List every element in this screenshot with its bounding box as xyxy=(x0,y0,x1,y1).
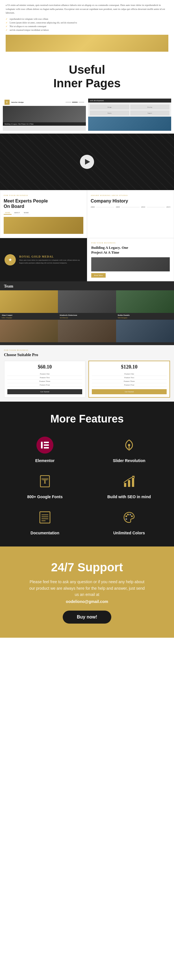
gold-bar xyxy=(6,35,168,52)
nav-services[interactable]: MORE xyxy=(22,211,30,215)
member-photo xyxy=(116,320,174,342)
card-header: E interior design xyxy=(3,99,86,106)
pricing-tag: FOR YOUR BUSINESS xyxy=(4,349,170,351)
card-overlay: Building A Legacy. One Project At A Time xyxy=(3,122,86,126)
team-section: Team Alan Cooper CEO / Founder Kimberly … xyxy=(0,281,174,345)
pages-grid: E interior design Building A Legacy. One… xyxy=(0,99,174,134)
year-2005: 2005 xyxy=(116,206,120,208)
gold-bar-image xyxy=(6,35,168,52)
card-header-dark: web development xyxy=(88,99,171,102)
support-text: Please feel free to ask any question or … xyxy=(28,579,146,598)
timeline-line xyxy=(147,207,165,207)
feature-colors: Unlimited Colors xyxy=(90,508,168,535)
pricing-cta-pro[interactable]: Get Started xyxy=(92,389,167,394)
medal-title: ROYAL GOLD MEDAL xyxy=(19,255,83,258)
card-title: web development xyxy=(90,99,104,102)
colors-icon-wrap xyxy=(119,508,139,527)
card-logo: E xyxy=(5,100,10,105)
pricing-feature: Feature Four xyxy=(92,383,167,387)
pricing-section: FOR YOUR BUSINESS Choose Suitable Pro $6… xyxy=(0,345,174,402)
svg-rect-3 xyxy=(44,447,49,449)
inner-pages-section: Useful Inner Pages xyxy=(0,52,174,99)
support-email[interactable]: oodeliono@gmail.com xyxy=(11,599,163,604)
svg-point-4 xyxy=(128,444,130,446)
company-history-panel: AWARD WINNING ARCH STUDIO Company Histor… xyxy=(87,190,174,238)
svg-text:T: T xyxy=(43,478,47,485)
lorem-text: a Ut enim ad minim veniam, quis nostrud … xyxy=(6,3,168,15)
slider-revolution-icon xyxy=(121,437,137,453)
building-image xyxy=(91,257,170,271)
member-photo xyxy=(0,290,58,313)
buy-now-button[interactable]: Buy now! xyxy=(63,611,111,624)
card-nav xyxy=(65,102,84,103)
mini-item: Develop xyxy=(130,105,170,110)
medal-description: Duis aute irure dolor in reprehenderit i… xyxy=(19,259,83,265)
docs-icon-wrap xyxy=(35,508,55,527)
team-member xyxy=(58,320,116,345)
pricing-feature: Feature Three xyxy=(92,380,167,383)
features-grid: Elementor Slider Revolution xyxy=(6,435,168,535)
nav-dot xyxy=(65,102,71,103)
svg-rect-10 xyxy=(128,480,130,487)
pricing-cards: $60.10 Feature One Feature Two Feature T… xyxy=(4,361,170,398)
top-section: a Ut enim ad minim veniam, quis nostrud … xyxy=(0,0,174,52)
feature-docs: Documentation xyxy=(6,508,84,535)
member-role xyxy=(58,344,116,345)
medal-badge: ★ xyxy=(5,254,16,266)
pricing-cta-basic[interactable]: Get Started xyxy=(7,389,82,394)
year-2010: 2010 xyxy=(141,206,145,208)
support-section: 24/7 Support Please feel free to ask any… xyxy=(0,546,174,638)
pricing-price-pro: $120.10 xyxy=(92,364,167,370)
mini-item: Deploy xyxy=(90,110,129,116)
interior-image: Building A Legacy. One Project At A Time xyxy=(3,106,86,126)
member-photo xyxy=(0,320,58,342)
svg-rect-1 xyxy=(44,442,49,443)
pricing-features-pro: Feature One Feature Two Feature Three Fe… xyxy=(92,372,167,387)
card-content: Design Develop Deploy Support xyxy=(88,102,171,117)
interior-design-card: E interior design Building A Legacy. One… xyxy=(3,99,86,131)
svg-rect-12 xyxy=(40,512,50,523)
more-features-title: More Features xyxy=(6,413,168,425)
video-section xyxy=(0,134,174,190)
svg-point-20 xyxy=(131,515,133,517)
svg-rect-0 xyxy=(41,442,43,449)
nav-about[interactable]: ABOUT xyxy=(13,211,21,215)
pricing-feature: Feature One xyxy=(7,372,82,376)
webdev-mini-grid: Design Develop Deploy Support xyxy=(90,105,169,116)
play-icon xyxy=(85,159,90,165)
nav-dot xyxy=(78,102,84,103)
member-photo xyxy=(116,290,174,313)
member-name: Kimberly Robertson xyxy=(58,313,116,317)
fonts-label: 800+ Google Fonts xyxy=(27,495,63,499)
team-member: Kimberly Robertson Art Director xyxy=(58,290,116,320)
building-tag: FOR YOUR BUSINESS xyxy=(91,242,170,244)
meet-image xyxy=(4,217,83,234)
pricing-feature: Feature Two xyxy=(92,376,167,380)
card-title: interior design xyxy=(11,101,24,103)
team-grid-bottom xyxy=(0,320,174,345)
seo-icon-wrap xyxy=(119,471,139,491)
play-button[interactable] xyxy=(80,155,94,169)
nav-home[interactable]: HOME xyxy=(4,211,11,215)
member-name: Alan Cooper xyxy=(0,313,58,317)
timeline-line xyxy=(96,207,114,207)
meet-title: Meet Experts People On Board xyxy=(4,198,83,209)
svg-rect-11 xyxy=(132,478,134,487)
slider-icon-wrap xyxy=(119,435,139,455)
company-title: Company History xyxy=(91,198,170,204)
feature-fonts: T 800+ Google Fonts xyxy=(6,471,84,499)
seo-svg xyxy=(122,474,136,488)
member-photo xyxy=(58,320,116,342)
svg-rect-2 xyxy=(44,444,49,446)
support-body-text: Please feel free to ask any question or … xyxy=(29,579,145,597)
seo-label: Build with SEO in mind xyxy=(107,495,151,499)
building-read-more[interactable]: Read More xyxy=(91,273,105,278)
pricing-title: Choose Suitable Pro xyxy=(4,353,170,357)
company-tag: AWARD WINNING ARCH STUDIO xyxy=(91,194,170,197)
feature-slider: Slider Revolution xyxy=(90,435,168,463)
docs-svg xyxy=(38,510,52,525)
member-photo xyxy=(58,290,116,313)
meet-nav: HOME ABOUT MORE xyxy=(4,211,83,215)
team-grid-top: Alan Cooper CEO / Founder Kimberly Rober… xyxy=(0,290,174,320)
timeline-line xyxy=(121,207,139,207)
